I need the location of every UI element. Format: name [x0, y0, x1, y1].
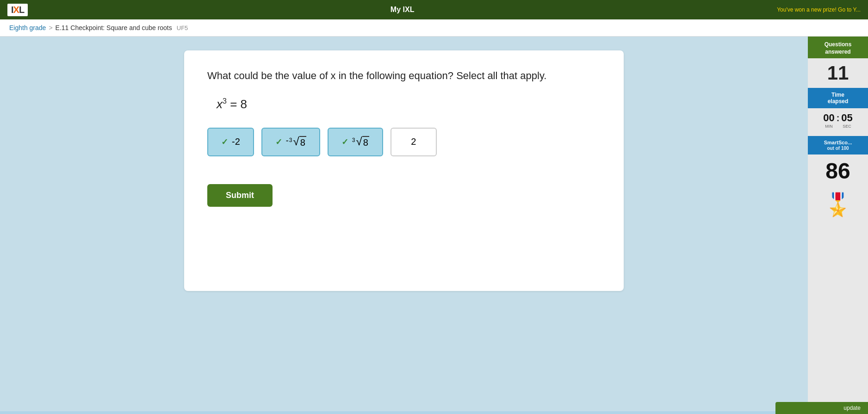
ixl-logo[interactable]: IXL	[7, 4, 28, 16]
sidebar: Questionsanswered 11 Timeelapsed 00 MIN …	[808, 37, 868, 411]
questions-answered-label: Questionsanswered	[808, 37, 868, 58]
choice-b[interactable]: ✓ - 3 √ 8	[261, 128, 320, 156]
main-layout: What could be the value of x in the foll…	[0, 37, 868, 411]
time-minutes: 00 MIN	[823, 112, 834, 129]
time-display: 00 MIN : 05 SEC	[823, 112, 853, 129]
top-bar: IXL My IXL You've won a new prize! Go to…	[0, 0, 868, 19]
breadcrumb-separator: >	[49, 24, 52, 31]
update-bar[interactable]: update	[775, 402, 868, 414]
breadcrumb-grade[interactable]: Eighth grade	[9, 24, 46, 31]
choice-d-label: 2	[411, 136, 416, 147]
choice-d[interactable]: 2	[391, 128, 437, 156]
ribbon-icon: 🎖️	[824, 192, 852, 218]
choice-a-label: -2	[232, 136, 240, 147]
time-elapsed-label: Timeelapsed	[808, 88, 868, 108]
nav-center: My IXL	[28, 6, 777, 14]
submit-button[interactable]: Submit	[207, 184, 273, 207]
equation-display: x3 = 8	[217, 97, 601, 111]
check-b: ✓	[275, 137, 282, 147]
smartscore-label: SmartSco... out of 100	[808, 136, 868, 154]
smartscore-value: 86	[825, 158, 850, 184]
question-card: What could be the value of x in the foll…	[184, 50, 624, 291]
choice-c[interactable]: ✓ 3 √ 8	[328, 128, 383, 156]
content-area: What could be the value of x in the foll…	[0, 37, 808, 411]
choices-container: ✓ -2 ✓ - 3 √ 8 ✓ 3	[207, 128, 601, 156]
check-c: ✓	[341, 137, 348, 147]
check-a: ✓	[221, 137, 228, 147]
breadcrumb: Eighth grade > E.11 Checkpoint: Square a…	[0, 19, 868, 37]
prize-notice: You've won a new prize! Go to Y...	[777, 6, 861, 13]
choice-a[interactable]: ✓ -2	[207, 128, 254, 156]
questions-count: 11	[827, 62, 849, 84]
choice-c-label: 3 √ 8	[352, 136, 369, 148]
breadcrumb-lesson: E.11 Checkpoint: Square and cube roots	[56, 24, 172, 31]
choice-b-label: - 3 √ 8	[286, 136, 306, 148]
question-text: What could be the value of x in the foll…	[207, 69, 601, 83]
breadcrumb-code: UF5	[177, 25, 188, 31]
smartscore-sub: out of 100	[827, 146, 849, 151]
time-seconds: 05 SEC	[841, 112, 852, 129]
